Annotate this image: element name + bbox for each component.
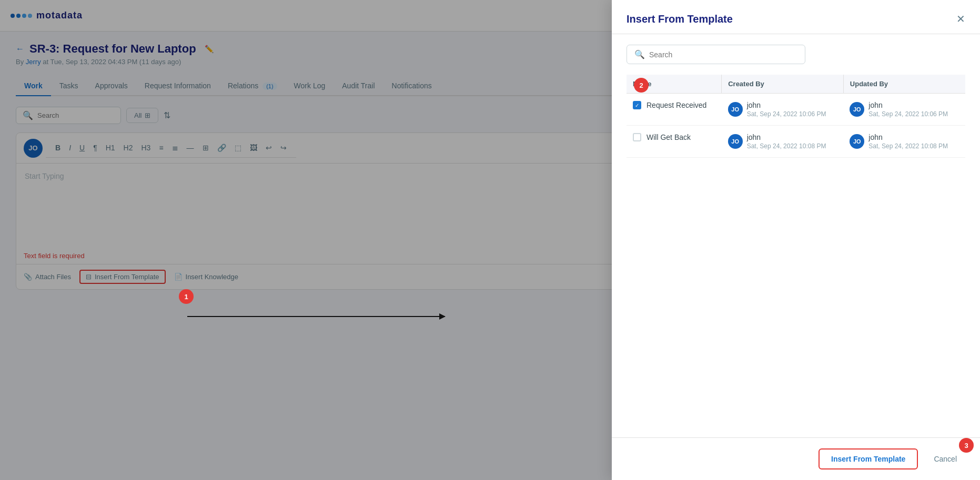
insert-template-modal: Insert From Template ✕ 🔍 Name Created By… xyxy=(612,0,980,480)
updated-by-cell-1: JO john Sat, Sep 24, 2022 10:08 PM xyxy=(843,126,965,158)
updated-name-0: john xyxy=(868,101,948,109)
col-created-header: Created By xyxy=(722,75,844,94)
created-by-cell-1: JO john Sat, Sep 24, 2022 10:08 PM xyxy=(722,126,844,158)
template-table: Name Created By Updated By ✓ Request Rec… xyxy=(627,75,965,158)
step-badge-2: 2 xyxy=(634,78,649,93)
modal-search-icon: 🔍 xyxy=(634,49,645,59)
step-badge-3: 3 xyxy=(959,438,974,453)
created-name-1: john xyxy=(747,133,826,141)
updated-name-1: john xyxy=(868,133,948,141)
table-row: Will Get Back JO john Sat, Sep 24, 2022 … xyxy=(627,126,965,158)
modal-body: 🔍 Name Created By Updated By ✓ Request R… xyxy=(612,34,980,437)
created-name-0: john xyxy=(747,101,826,109)
modal-header: Insert From Template ✕ xyxy=(612,0,980,34)
row-checkbox-1[interactable] xyxy=(633,133,641,141)
template-name-cell-0[interactable]: ✓ Request Received xyxy=(627,94,722,126)
created-by-cell-0: JO john Sat, Sep 24, 2022 10:06 PM xyxy=(722,94,844,126)
template-name-cell-1[interactable]: Will Get Back xyxy=(627,126,722,158)
updated-date-1: Sat, Sep 24, 2022 10:08 PM xyxy=(868,142,948,150)
updated-by-cell-0: JO john Sat, Sep 24, 2022 10:06 PM xyxy=(843,94,965,126)
step-badge-1: 1 xyxy=(179,289,194,304)
modal-close-button[interactable]: ✕ xyxy=(956,13,965,25)
template-name-0: Request Received xyxy=(646,101,706,109)
created-date-0: Sat, Sep 24, 2022 10:06 PM xyxy=(747,110,826,118)
created-avatar-0: JO xyxy=(728,102,743,117)
modal-footer: Insert From Template Cancel xyxy=(612,437,980,480)
updated-avatar-0: JO xyxy=(850,102,864,117)
updated-info-0: john Sat, Sep 24, 2022 10:06 PM xyxy=(868,101,948,118)
created-avatar-1: JO xyxy=(728,134,743,149)
created-info-1: john Sat, Sep 24, 2022 10:08 PM xyxy=(747,133,826,150)
modal-search-input[interactable] xyxy=(649,50,797,59)
arrow xyxy=(187,316,445,317)
template-name-1: Will Get Back xyxy=(646,133,691,141)
col-updated-header: Updated By xyxy=(843,75,965,94)
updated-avatar-1: JO xyxy=(850,134,864,149)
modal-cancel-button[interactable]: Cancel xyxy=(925,450,965,468)
modal-insert-button[interactable]: Insert From Template xyxy=(819,448,918,469)
updated-date-0: Sat, Sep 24, 2022 10:06 PM xyxy=(868,110,948,118)
row-checkbox-0[interactable]: ✓ xyxy=(633,101,641,109)
table-row: ✓ Request Received JO john Sat, Sep 24, … xyxy=(627,94,965,126)
updated-info-1: john Sat, Sep 24, 2022 10:08 PM xyxy=(868,133,948,150)
created-date-1: Sat, Sep 24, 2022 10:08 PM xyxy=(747,142,826,150)
created-info-0: john Sat, Sep 24, 2022 10:06 PM xyxy=(747,101,826,118)
modal-search-box[interactable]: 🔍 xyxy=(627,45,805,64)
modal-title: Insert From Template xyxy=(627,13,733,25)
